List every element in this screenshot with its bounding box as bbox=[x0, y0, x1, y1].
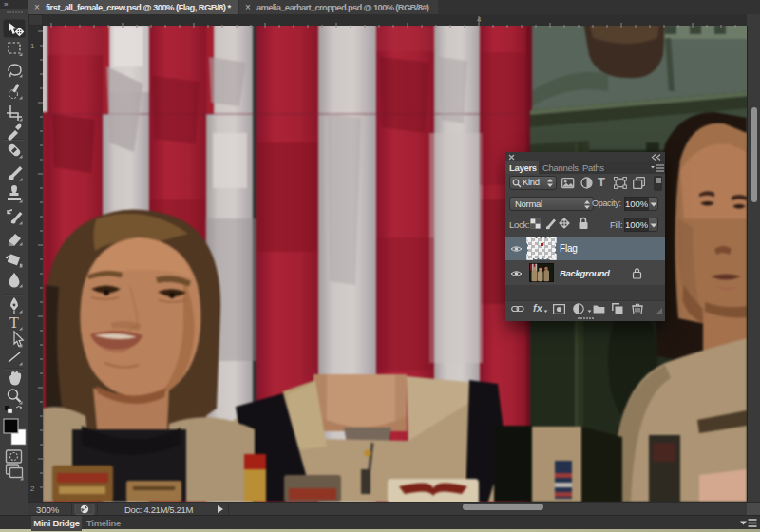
svg-text:T: T bbox=[10, 314, 19, 331]
